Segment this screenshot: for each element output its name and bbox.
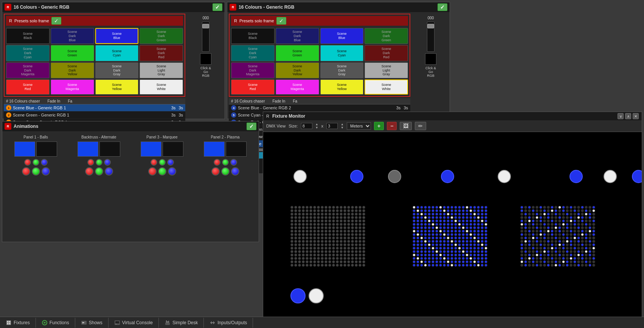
scene-btn-white-1[interactable]: SceneWhite [140,79,183,95]
scene-btn-darkblue-2[interactable]: SceneDarkBlue [276,28,319,44]
fixture-circle-8 [632,170,642,183]
svg-rect-11 [166,320,167,323]
scene-btn-black-2[interactable]: SceneBlack [231,28,275,44]
scene-btn-darkmagenta-1[interactable]: SceneDarkMagenta [6,62,50,78]
size-y-input[interactable] [326,123,338,129]
scene-btn-darkmagenta-2[interactable]: SceneDarkMagenta [231,62,275,78]
scene-btn-darkcyan-1[interactable]: SceneDarkCyan [6,45,50,61]
knob-blue-2[interactable] [104,159,111,166]
animations-check[interactable]: ✓ [247,123,256,130]
chaser-num-1: 1 [6,105,11,110]
knob-blue-big-3[interactable] [168,167,176,176]
tab-functions[interactable]: Functions [36,318,75,328]
knob-green-big-2[interactable] [95,167,103,176]
tab-inputs-outputs[interactable]: Inputs/Outputs [204,318,253,328]
knob-green-3[interactable] [159,159,166,166]
knob-red-2[interactable] [87,159,94,166]
fixture-close-btn[interactable]: ✕ [633,113,639,119]
fade-in-label-2: Fade In [273,99,286,103]
scene-btn-yellow-1[interactable]: SceneYellow [95,79,139,95]
tab-fixtures[interactable]: Fixtures [0,318,36,328]
fixture-restore-btn[interactable]: ∧ [625,113,631,119]
remove-fixture-btn[interactable]: − [387,122,397,130]
knob-red-big-2[interactable] [85,167,93,176]
chaser-item-2-4[interactable]: 4 Scene Blue - Generic RGB 2 3s 3s [229,104,410,112]
tab-functions-label: Functions [50,320,69,325]
knob-green-big-3[interactable] [158,167,166,176]
tab-inputs-outputs-label: Inputs/Outputs [217,320,247,325]
check-btn-2[interactable]: ✓ [438,3,447,11]
edit-btn[interactable]: ✏ [415,122,426,130]
chaser-item-1-1[interactable]: 1 Scene Blue - Generic RGB 1 3s 3s [4,104,185,112]
fader-area-2: 000 Click &GoRGB [424,14,438,80]
tab-virtual-console[interactable]: Virtual Console [109,318,159,328]
image-btn[interactable]: 🖼 [400,122,412,130]
scene-btn-green-2[interactable]: SceneGreen [276,45,319,61]
scene-btn-white-2[interactable]: SceneWhite [365,79,408,95]
fader-track-1[interactable] [202,22,209,52]
svg-rect-9 [115,324,117,324]
knob-red-big-3[interactable] [148,167,157,176]
scene-btn-darkcyan-2[interactable]: SceneDarkCyan [231,45,275,61]
scene-btn-magenta-1[interactable]: SceneMagenta [51,79,94,95]
scene-btn-black-1[interactable]: SceneBlack [6,28,50,44]
chaser-item-1-2[interactable]: 2 Scene Green - Generic RGB 1 3s 3s [4,112,185,119]
knob-blue-big-2[interactable] [105,167,113,176]
scene-btn-blue-2[interactable]: SceneBlue [320,28,364,44]
knob-red-4[interactable] [214,159,220,166]
knob-blue-big-4[interactable] [231,167,239,176]
scene-btn-darkgreen-2[interactable]: SceneDarkGreen [365,28,408,44]
knob-green-big-4[interactable] [221,167,230,176]
knob-green-2[interactable] [96,159,102,166]
knob-red-big-1[interactable] [22,167,30,176]
fader-track-2[interactable] [427,22,435,52]
window-16colours-2: R 16 Colours - Generic RGB ✓ R Presets s… [227,2,450,119]
knob-red-big-4[interactable] [211,167,220,176]
tab-simple-desk[interactable]: Simple Desk [159,318,204,328]
scene-btn-darkgray-2[interactable]: SceneDarkGray [320,62,364,78]
fixture-minimize-btn[interactable]: ∨ [618,113,624,119]
scene-btn-magenta-2[interactable]: SceneMagenta [276,79,319,95]
presets-header-1: R Presets solo frame ✓ [6,16,183,26]
knob-green-1[interactable] [33,159,39,166]
meters-select[interactable]: Meters Feet [347,122,371,130]
scene-btn-cyan-1[interactable]: SceneCyan [95,45,139,61]
scene-btn-darkblue-1[interactable]: SceneDarkBlue [51,28,94,44]
window-16colours-1: R 16 Colours - Generic RGB ✓ R Presets s… [2,2,225,119]
scene-btn-yellow-2[interactable]: SceneYellow [320,79,364,95]
anim-box-blue-2 [78,141,98,157]
scene-btn-cyan-2[interactable]: SceneCyan [320,45,364,61]
scene-btn-green-1[interactable]: SceneGreen [51,45,94,61]
scene-btn-darkyellow-1[interactable]: SceneDarkYellow [51,62,94,78]
knob-green-4[interactable] [222,159,229,166]
knob-blue-big-1[interactable] [42,167,50,176]
knob-blue-1[interactable] [41,159,48,166]
spinner-x[interactable]: ▲▼ [315,123,318,129]
scene-btn-lightgray-1[interactable]: SceneLightGray [140,62,183,78]
knob-red-1[interactable] [24,159,31,166]
tab-shows[interactable]: Shows [75,318,109,328]
qlc-logo-1: R [5,4,11,11]
scene-btn-blue-1[interactable]: SceneBlue [95,28,139,44]
scene-btn-darkgray-1[interactable]: SceneDarkGray [95,62,139,78]
knob-red-3[interactable] [151,159,157,166]
scene-btn-darkred-2[interactable]: SceneDarkRed [365,45,408,61]
knob-green-big-1[interactable] [32,167,40,176]
size-x-input[interactable] [301,123,312,129]
scene-btn-darkred-1[interactable]: SceneDarkRed [140,45,183,61]
scene-btn-darkgreen-1[interactable]: SceneDarkGreen [140,28,183,44]
fixture-circle-2 [350,170,363,183]
anim-box-empty-4 [226,141,247,157]
presets-check-2[interactable]: ✓ [276,17,286,25]
svg-rect-3 [7,323,8,324]
scene-btn-red-1[interactable]: SceneRed [6,79,50,95]
spinner-y[interactable]: ▲▼ [341,123,344,129]
add-fixture-btn[interactable]: + [374,122,384,130]
knob-blue-4[interactable] [230,159,237,166]
scene-btn-darkyellow-2[interactable]: SceneDarkYellow [276,62,319,78]
check-btn-1[interactable]: ✓ [213,3,222,11]
scene-btn-red-2[interactable]: SceneRed [231,79,275,95]
knob-blue-3[interactable] [167,159,174,166]
presets-check-1[interactable]: ✓ [51,17,61,25]
scene-btn-lightgray-2[interactable]: SceneLightGray [365,62,408,78]
